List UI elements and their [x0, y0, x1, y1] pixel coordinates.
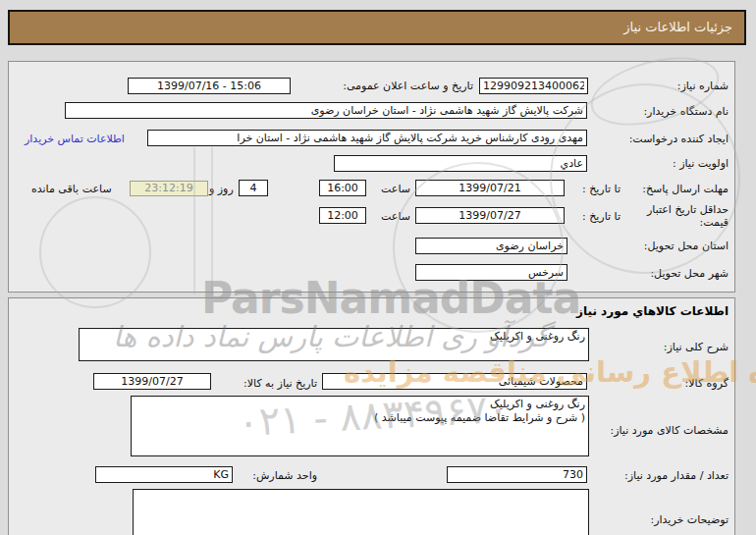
buyer-org-input[interactable]	[65, 102, 587, 119]
deadline-label: مهلت ارسال پاسخ:	[642, 183, 729, 195]
general-desc-label: شرح کلی نیاز:	[664, 341, 729, 353]
deadline-days-label: روز و	[209, 183, 234, 195]
announce-label: تاریخ و ساعت اعلان عمومی:	[343, 80, 473, 92]
priority-input[interactable]	[334, 155, 587, 172]
deadline-days-input[interactable]	[239, 180, 268, 196]
unit-input[interactable]	[95, 466, 233, 483]
city-input[interactable]	[415, 264, 567, 281]
city-label: شهر محل تحویل:	[650, 267, 729, 280]
need-info-panel: شماره نیاز: تاریخ و ساعت اعلان عمومی: نا…	[8, 61, 735, 293]
validity-label: حداقل تاریخ اعتبار قیمت:	[619, 203, 729, 229]
goods-info-panel: اطلاعات کالاهاي مورد نیاز شرح کلی نیاز: …	[8, 297, 735, 535]
buyer-notes-textarea[interactable]	[133, 489, 589, 535]
deadline-date-input[interactable]	[415, 180, 565, 196]
buyer-contact-link[interactable]: اطلاعات تماس خریدار	[25, 133, 125, 145]
validity-time-input[interactable]	[319, 207, 366, 224]
unit-label: واحد شمارش:	[252, 469, 317, 482]
priority-label: اولویت نیاز :	[673, 157, 729, 170]
validity-until-label: تا تاریخ :	[582, 210, 621, 223]
page: { "header": { "title": "جزئیات اطلاعات ن…	[0, 0, 756, 535]
specs-textarea[interactable]: رنگ روغنی و اکریلیک ( شرح و شرایط تقاضا …	[131, 396, 589, 456]
creator-label: ایجاد کننده درخواست:	[629, 133, 729, 145]
need-number-label: شماره نیاز:	[677, 80, 729, 92]
announce-datetime-input[interactable]	[128, 78, 291, 94]
goods-section-title: اطلاعات کالاهاي مورد نیاز	[576, 304, 729, 318]
province-label: استان محل تحویل:	[644, 240, 729, 252]
need-number-input[interactable]	[479, 78, 588, 94]
quantity-input[interactable]	[447, 466, 587, 483]
deadline-until-label: تا تاریخ :	[582, 183, 621, 195]
creator-input[interactable]	[147, 130, 587, 146]
need-date-label: تاریخ نیاز به کالا:	[243, 377, 317, 390]
buyer-notes-label: توضیحات خریدار:	[651, 513, 729, 526]
goods-group-label: گروه کالا:	[685, 377, 729, 390]
deadline-time-input[interactable]	[319, 180, 366, 196]
deadline-countdown: 23:12:19	[130, 181, 208, 196]
general-desc-textarea[interactable]: رنگ روغنی و اکریلیک	[79, 328, 589, 361]
validity-hour-label: ساعت	[381, 210, 410, 223]
deadline-hour-label: ساعت	[381, 183, 410, 195]
quantity-label: تعداد / مقدار مورد نیاز:	[624, 469, 729, 482]
specs-label: مشخصات کالای مورد نیاز:	[610, 424, 729, 437]
goods-group-input[interactable]	[322, 373, 587, 390]
buyer-org-label: نام دستگاه خریدار:	[643, 105, 729, 118]
need-date-input[interactable]	[93, 373, 211, 390]
province-input[interactable]	[415, 238, 567, 254]
validity-date-input[interactable]	[415, 207, 565, 224]
deadline-remaining-label: ساعت باقی مانده	[31, 183, 112, 195]
page-header: جزئیات اطلاعات نیاز	[8, 10, 746, 45]
page-title: جزئیات اطلاعات نیاز	[623, 20, 732, 34]
